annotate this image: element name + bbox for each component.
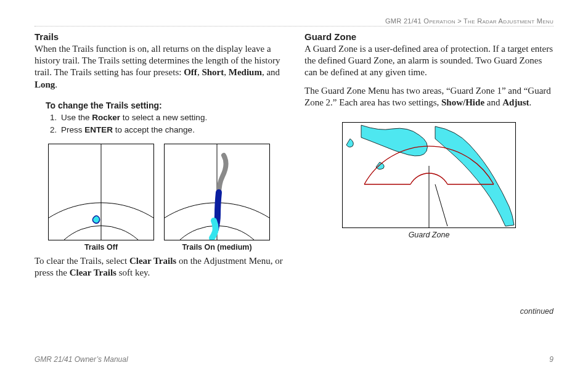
figure-guard-zone: Guard Zone xyxy=(304,122,553,239)
footer-title: GMR 21/41 Owner’s Manual xyxy=(35,355,128,364)
guardzone-p2: The Guard Zone Menu has two areas, “Guar… xyxy=(304,85,553,109)
figure-trails-on: Trails On (medium) xyxy=(164,144,270,252)
guardzone-p1: A Guard Zone is a user-defined area of p… xyxy=(304,43,553,79)
header-rule xyxy=(35,26,553,27)
caption-trails-on: Trails On (medium) xyxy=(164,243,270,252)
step-2: Press ENTER to accept the change. xyxy=(59,124,284,136)
caption-trails-off: Trails Off xyxy=(48,243,154,252)
trails-intro: When the Trails function is on, all retu… xyxy=(35,43,284,91)
footer-page-number: 9 xyxy=(549,355,553,364)
trails-steps: Use the Rocker to select a new setting. … xyxy=(46,112,284,137)
trails-figures: Trails Off Trails On xyxy=(48,144,284,252)
figure-trails-off: Trails Off xyxy=(48,144,154,252)
breadcrumb: GMR 21/41 Operation > The Radar Adjustme… xyxy=(35,17,553,25)
breadcrumb-separator: > xyxy=(457,17,462,25)
caption-guard-zone: Guard Zone xyxy=(304,231,553,239)
trails-subheading: To change the Trails setting: xyxy=(46,100,284,110)
right-column: Guard Zone A Guard Zone is a user-define… xyxy=(304,31,553,316)
breadcrumb-subsection: The Radar Adjustment Menu xyxy=(463,17,553,25)
guardzone-heading: Guard Zone xyxy=(304,31,553,42)
breadcrumb-section: GMR 21/41 Operation xyxy=(385,17,455,25)
left-column: Trails When the Trails function is on, a… xyxy=(35,31,284,316)
trails-clear: To clear the Trails, select Clear Trails… xyxy=(35,255,284,279)
page-footer: GMR 21/41 Owner’s Manual 9 xyxy=(35,355,553,364)
step-1: Use the Rocker to select a new setting. xyxy=(59,112,284,124)
trails-heading: Trails xyxy=(35,31,284,42)
continued-label: continued xyxy=(304,307,553,316)
